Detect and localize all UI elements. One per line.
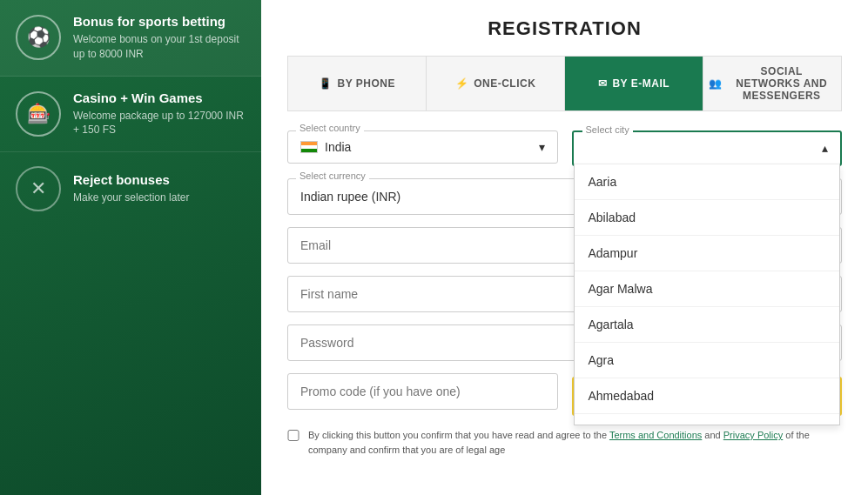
india-flag-icon [300, 141, 318, 153]
country-field: Select country India ▾ [287, 130, 558, 166]
terms-checkbox[interactable] [287, 430, 299, 441]
sidebar-casino-desc: Welcome package up to 127000 INR + 150 F… [73, 109, 246, 138]
city-option-aaria[interactable]: Aaria [575, 164, 840, 200]
sidebar-sports-title: Bonus for sports betting [73, 14, 246, 29]
city-select[interactable]: ▴ [574, 132, 841, 164]
currency-label: Select currency [296, 171, 369, 181]
promo-input[interactable] [287, 373, 558, 410]
city-option-ahmedabad-2[interactable]: Ahmedabad [575, 414, 840, 425]
lightning-icon: ⚡ [455, 77, 469, 90]
casino-icon: 🎰 [16, 91, 61, 137]
sidebar-item-casino-bonus[interactable]: 🎰 Casino + Win Games Welcome package up … [0, 77, 261, 153]
city-option-agra[interactable]: Agra [575, 343, 840, 378]
city-option-agar-malwa[interactable]: Agar Malwa [575, 271, 840, 307]
registration-tabs: 📱 BY PHONE ⚡ ONE-CLICK ✉ BY E-MAIL 👥 SOC… [287, 56, 842, 111]
city-label: Select city [582, 124, 633, 135]
chevron-down-icon: ▾ [539, 140, 545, 154]
city-option-adampur[interactable]: Adampur [575, 236, 840, 271]
terms-link[interactable]: Terms and Conditions [609, 430, 702, 440]
terms-row: By clicking this button you confirm that… [287, 428, 842, 457]
terms-text-2: and [704, 430, 723, 440]
sidebar: ⚽ Bonus for sports betting Welcome bonus… [0, 0, 261, 495]
tab-social-networks[interactable]: 👥 SOCIAL NETWORKS AND MESSENGERS [703, 57, 841, 110]
city-container: Select city ▴ Aaria Abilabad Adampur Aga… [572, 130, 843, 166]
city-field: Select city ▴ Aaria Abilabad Adampur Aga… [572, 130, 843, 166]
city-option-abilabad[interactable]: Abilabad [575, 200, 840, 236]
sidebar-reject-title: Reject bonuses [73, 172, 189, 187]
sports-ball-icon: ⚽ [16, 15, 61, 60]
country-value: India [325, 140, 351, 154]
sidebar-reject-desc: Make your selection later [73, 191, 189, 205]
sidebar-sports-desc: Welcome bonus on your 1st deposit up to … [73, 32, 246, 62]
promo-field-group [287, 373, 558, 416]
privacy-link[interactable]: Privacy Policy [723, 430, 783, 440]
tab-one-click[interactable]: ⚡ ONE-CLICK [427, 57, 565, 110]
email-icon: ✉ [598, 77, 608, 90]
sidebar-item-reject-bonuses[interactable]: ✕ Reject bonuses Make your selection lat… [0, 152, 261, 225]
tab-by-email[interactable]: ✉ BY E-MAIL [565, 57, 703, 110]
country-select[interactable]: India ▾ [287, 130, 558, 164]
sidebar-casino-title: Casino + Win Games [73, 90, 246, 105]
city-option-agartala[interactable]: Agartala [575, 307, 840, 343]
terms-text-1: By clicking this button you confirm that… [308, 430, 609, 440]
tab-by-phone[interactable]: 📱 BY PHONE [288, 57, 427, 110]
city-option-ahmedabad-1[interactable]: Ahmedabad [575, 378, 840, 414]
sidebar-item-sports-bonus[interactable]: ⚽ Bonus for sports betting Welcome bonus… [0, 0, 261, 77]
main-content: REGISTRATION 📱 BY PHONE ⚡ ONE-CLICK ✉ BY… [261, 0, 868, 495]
country-city-row: Select country India ▾ Select city ▴ [287, 130, 842, 166]
social-icon: 👥 [709, 77, 723, 90]
close-icon: ✕ [16, 166, 61, 211]
phone-icon: 📱 [319, 77, 333, 90]
chevron-up-icon: ▴ [822, 141, 828, 155]
page-title: REGISTRATION [287, 17, 842, 40]
country-label: Select country [296, 123, 364, 133]
city-dropdown: Aaria Abilabad Adampur Agar Malwa Agarta… [574, 164, 841, 425]
